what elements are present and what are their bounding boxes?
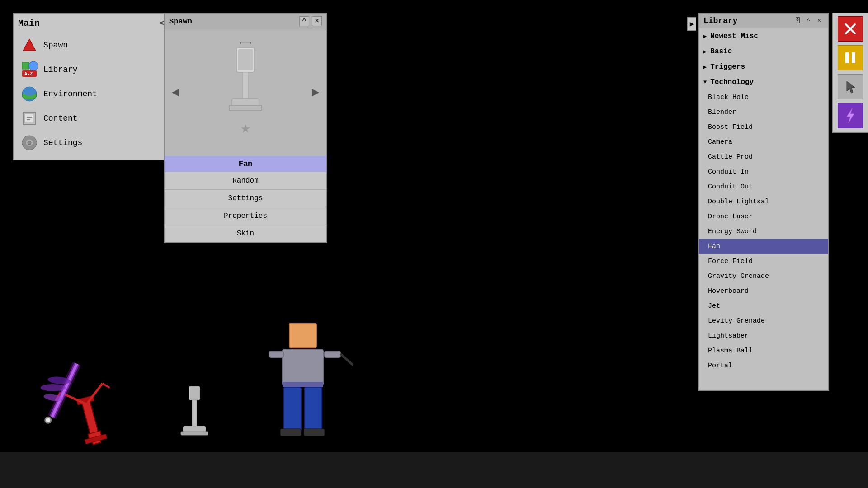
spawn-minimize-button[interactable]: ^ xyxy=(299,16,309,26)
library-item-conduit-out[interactable]: Conduit Out xyxy=(699,179,828,194)
svg-marker-60 xyxy=(847,81,855,93)
library-item-levity-grenade[interactable]: Levity Grenade xyxy=(699,314,828,328)
svg-rect-22 xyxy=(283,349,323,385)
spawn-resize-arrows: ←→ xyxy=(240,38,251,49)
spawn-close-button[interactable]: × xyxy=(312,16,322,26)
spawn-nav-left-button[interactable]: ◄ xyxy=(172,86,179,100)
library-item-gravity-grenade[interactable]: Gravity Grenade xyxy=(699,269,828,284)
library-icon: A-Z xyxy=(21,61,38,78)
spawn-menu-list: Random Settings Properties Skin xyxy=(165,172,326,242)
pause-icon xyxy=(844,51,857,65)
library-item-fan[interactable]: Fan xyxy=(699,239,828,254)
svg-rect-28 xyxy=(284,387,301,432)
library-item-blender[interactable]: Blender xyxy=(699,105,828,120)
library-item-hoverboard[interactable]: Hoverboard xyxy=(699,284,828,299)
spawn-preview-area: ←→ ◄ ► ★ xyxy=(165,29,326,156)
svg-rect-29 xyxy=(305,387,322,432)
svg-rect-50 xyxy=(34,142,37,144)
main-panel: Main < Spawn A-Z Library xyxy=(13,13,170,160)
right-panel-arrow-icon: ▶ xyxy=(690,19,694,28)
library-item-double-lightsaber[interactable]: Double Lightsal xyxy=(699,194,828,209)
library-item-boost-field[interactable]: Boost Field xyxy=(699,120,828,135)
spawn-skin-button[interactable]: Skin xyxy=(165,225,326,242)
library-item-lightsaber[interactable]: Lightsaber xyxy=(699,328,828,343)
svg-rect-42 xyxy=(27,117,32,118)
library-item-energy-sword[interactable]: Energy Sword xyxy=(699,224,828,239)
svg-rect-41 xyxy=(25,114,34,123)
library-category-triggers[interactable]: ▶ Triggers xyxy=(699,59,828,75)
close-icon xyxy=(843,22,858,36)
svg-line-26 xyxy=(340,354,353,373)
chevron-down-icon: ▼ xyxy=(703,79,707,85)
library-item-black-hole[interactable]: Black Hole xyxy=(699,90,828,105)
toolbar-cursor-button[interactable] xyxy=(838,74,863,99)
svg-point-34 xyxy=(29,61,38,70)
cursor-icon xyxy=(844,80,857,94)
library-category-basic[interactable]: ▶ Basic xyxy=(699,44,828,59)
spawn-random-button[interactable]: Random xyxy=(165,172,326,189)
svg-rect-18 xyxy=(192,400,197,427)
svg-marker-32 xyxy=(23,39,36,51)
scene-robot xyxy=(36,359,136,452)
spawn-label: Spawn xyxy=(43,41,68,50)
library-controls: 🗄 ^ × xyxy=(793,16,824,25)
sidebar-item-environment[interactable]: Environment xyxy=(18,82,165,106)
spawn-item-name[interactable]: Fan xyxy=(165,156,326,172)
svg-rect-59 xyxy=(852,52,855,63)
svg-rect-53 xyxy=(243,72,248,99)
content-icon xyxy=(21,110,38,127)
svg-rect-30 xyxy=(280,429,301,436)
spawn-icon xyxy=(21,37,38,54)
scene-fan-object xyxy=(176,377,212,452)
svg-marker-61 xyxy=(847,108,854,123)
svg-rect-58 xyxy=(845,52,849,63)
svg-rect-31 xyxy=(304,429,325,436)
library-item-portal[interactable]: Portal xyxy=(699,358,828,373)
lightning-icon xyxy=(844,108,857,124)
sidebar-item-content[interactable]: Content xyxy=(18,106,165,131)
library-item-cattle-prod[interactable]: Cattle Prod xyxy=(699,150,828,164)
library-save-button[interactable]: 🗄 xyxy=(793,16,802,25)
library-item-force-field[interactable]: Force Field xyxy=(699,254,828,269)
spawn-favorite-star[interactable]: ★ xyxy=(241,118,250,138)
main-panel-title-text: Main xyxy=(18,18,40,28)
chevron-right-icon: ▶ xyxy=(703,33,707,40)
library-category-newest-misc[interactable]: ▶ Newest Misc xyxy=(699,28,828,44)
library-item-plasma-ball[interactable]: Plasma Ball xyxy=(699,343,828,358)
library-label: Library xyxy=(43,65,78,74)
svg-rect-48 xyxy=(28,148,30,150)
svg-rect-43 xyxy=(27,119,30,120)
main-panel-titlebar: Main < xyxy=(18,18,165,28)
library-item-camera[interactable]: Camera xyxy=(699,135,828,150)
spawn-properties-button[interactable]: Properties xyxy=(165,207,326,225)
sidebar-item-library[interactable]: A-Z Library xyxy=(18,57,165,82)
library-close-button[interactable]: × xyxy=(815,16,824,25)
environment-label: Environment xyxy=(43,89,97,99)
library-category-technology[interactable]: ▼ Technology xyxy=(699,75,828,90)
right-panel-toggle[interactable]: ▶ xyxy=(687,17,696,31)
library-item-drone-laser[interactable]: Drone Laser xyxy=(699,209,828,224)
library-content[interactable]: ▶ Newest Misc ▶ Basic ▶ Triggers ▼ Techn… xyxy=(699,28,828,390)
toolbar-close-button[interactable] xyxy=(838,16,863,42)
svg-point-46 xyxy=(28,141,31,145)
sidebar-item-settings[interactable]: Settings xyxy=(18,131,165,155)
library-minimize-button[interactable]: ^ xyxy=(804,16,813,25)
spawn-nav-right-button[interactable]: ► xyxy=(311,86,319,100)
game-ground xyxy=(0,452,868,488)
svg-rect-20 xyxy=(181,432,208,435)
toolbar-lightning-button[interactable] xyxy=(838,103,863,128)
library-item-conduit-in[interactable]: Conduit In xyxy=(699,164,828,179)
svg-rect-33 xyxy=(22,62,29,69)
spawn-settings-button[interactable]: Settings xyxy=(165,189,326,207)
content-label: Content xyxy=(43,114,78,123)
svg-point-12 xyxy=(41,384,66,391)
svg-rect-55 xyxy=(229,105,262,111)
svg-rect-47 xyxy=(28,136,30,138)
library-item-jet[interactable]: Jet xyxy=(699,299,828,314)
toolbar-pause-button[interactable] xyxy=(838,45,863,70)
fan-preview-model xyxy=(223,47,268,115)
svg-rect-49 xyxy=(22,142,24,144)
environment-icon xyxy=(21,85,38,103)
library-titlebar: Library 🗄 ^ × xyxy=(699,14,828,28)
sidebar-item-spawn[interactable]: Spawn xyxy=(18,33,165,57)
